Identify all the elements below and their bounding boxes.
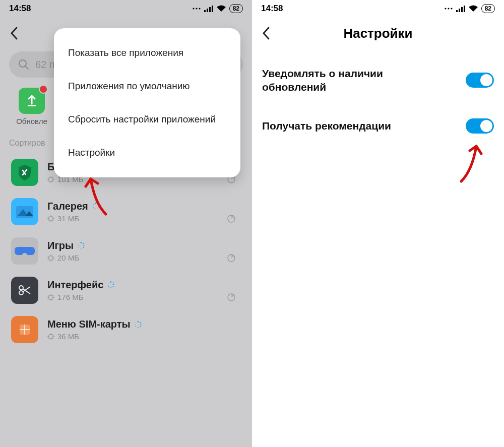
menu-item-default-apps[interactable]: Приложения по умолчанию	[54, 70, 240, 103]
app-name: Галерея	[47, 201, 88, 212]
notification-badge-icon	[39, 85, 48, 94]
svg-rect-67	[49, 295, 53, 299]
loading-spinner-icon	[92, 203, 99, 210]
svg-point-77	[140, 322, 141, 323]
toggle-recommendations[interactable]	[466, 118, 494, 134]
svg-point-41	[81, 242, 82, 243]
pie-icon	[227, 214, 241, 223]
menu-item-settings[interactable]: Настройки	[54, 136, 240, 169]
svg-point-48	[79, 243, 79, 244]
app-item-gallery[interactable]: Галерея 31 МБ	[0, 192, 252, 231]
chip-icon	[47, 176, 54, 183]
app-size: 20 МБ	[57, 253, 79, 262]
svg-rect-9	[28, 105, 36, 106]
svg-rect-94	[461, 7, 463, 12]
svg-rect-84	[49, 335, 53, 339]
more-dots-icon	[192, 6, 201, 11]
svg-rect-35	[49, 217, 53, 221]
back-button[interactable]	[261, 26, 271, 40]
status-time: 14:58	[261, 4, 283, 14]
chip-icon	[47, 254, 54, 262]
svg-rect-49	[49, 256, 53, 260]
battery-icon: 82	[481, 4, 495, 13]
svg-point-80	[138, 327, 139, 328]
svg-point-64	[108, 286, 109, 287]
app-item-games[interactable]: Игры 20 МБ	[0, 231, 252, 271]
app-text: Интерфейс 176 МБ	[47, 279, 241, 302]
shortcut-label: Обновле	[16, 117, 47, 125]
wifi-icon	[468, 5, 478, 12]
status-icons-right: 82	[192, 4, 243, 13]
svg-point-43	[84, 245, 85, 246]
loading-spinner-icon	[135, 321, 142, 328]
app-text: Галерея 31 МБ	[47, 201, 241, 223]
svg-point-45	[81, 248, 82, 249]
shield-icon	[11, 159, 38, 186]
battery-icon: 82	[229, 4, 243, 13]
svg-rect-95	[464, 6, 465, 12]
app-name: Меню SIM-карты	[47, 318, 131, 330]
header-row: Настройки	[252, 17, 504, 44]
sim-icon	[11, 316, 38, 343]
svg-point-62	[113, 286, 114, 287]
svg-point-83	[136, 323, 136, 323]
search-text: 62 п	[35, 59, 55, 71]
app-item-sim[interactable]: Меню SIM-карты 36 МБ	[0, 310, 252, 349]
chip-icon	[47, 333, 54, 340]
svg-point-7	[19, 60, 26, 67]
scissors-icon	[11, 277, 38, 304]
svg-rect-6	[212, 6, 213, 12]
svg-point-1	[196, 8, 197, 9]
signal-icon	[204, 5, 213, 12]
svg-point-66	[108, 283, 109, 283]
settings-list: Уведомлять о наличии обновлений Получать…	[252, 44, 504, 149]
app-size: 31 МБ	[57, 214, 79, 223]
svg-point-34	[93, 204, 94, 205]
app-name: Игры	[47, 240, 74, 251]
svg-point-33	[93, 206, 93, 206]
status-time: 14:58	[9, 4, 31, 14]
svg-point-60	[113, 282, 114, 283]
svg-point-90	[448, 8, 449, 9]
svg-point-29	[98, 206, 99, 207]
svg-rect-93	[459, 9, 460, 12]
app-text: Меню SIM-карты 36 МБ	[47, 318, 241, 341]
chip-icon	[47, 294, 54, 301]
menu-item-reset-app-prefs[interactable]: Сбросить настройки приложений	[54, 103, 240, 136]
setting-label: Уведомлять о наличии обновлений	[262, 67, 433, 94]
svg-point-65	[108, 284, 108, 285]
shortcut-updates[interactable]: Обновле	[14, 88, 49, 125]
svg-point-78	[140, 324, 141, 325]
right-screen: 14:58 82 Настройки Уведомлять о наличии …	[252, 0, 504, 447]
menu-item-show-all-apps[interactable]: Показать все приложения	[54, 36, 240, 70]
svg-point-32	[93, 208, 94, 208]
svg-point-81	[135, 326, 136, 326]
back-button[interactable]	[9, 26, 19, 40]
status-icons-right: 82	[444, 4, 495, 13]
setting-row-update-notify: Уведомлять о наличии обновлений	[262, 57, 494, 109]
app-list: Безопасность 101 МБ Галерея	[0, 153, 252, 349]
svg-point-89	[445, 8, 446, 9]
status-bar: 14:58 82	[252, 0, 504, 17]
svg-rect-4	[207, 9, 208, 12]
toggle-update-notify[interactable]	[466, 73, 494, 88]
app-size: 36 МБ	[57, 332, 79, 341]
loading-spinner-icon	[107, 281, 114, 288]
gallery-icon	[11, 198, 38, 225]
svg-point-47	[78, 245, 79, 245]
setting-row-recommendations: Получать рекомендации	[262, 109, 494, 149]
app-item-interface[interactable]: Интерфейс 176 МБ	[0, 271, 252, 310]
svg-point-27	[95, 203, 96, 204]
loading-spinner-icon	[78, 242, 85, 249]
svg-point-59	[110, 281, 112, 283]
svg-point-31	[95, 209, 96, 210]
wifi-icon	[216, 5, 226, 12]
svg-point-76	[137, 321, 139, 323]
signal-icon	[456, 5, 465, 12]
gamepad-icon	[11, 237, 38, 265]
app-size: 176 МБ	[57, 293, 84, 301]
svg-point-30	[97, 208, 98, 209]
svg-point-91	[451, 8, 452, 9]
context-menu: Показать все приложения Приложения по ум…	[54, 28, 240, 177]
svg-point-82	[135, 324, 136, 325]
